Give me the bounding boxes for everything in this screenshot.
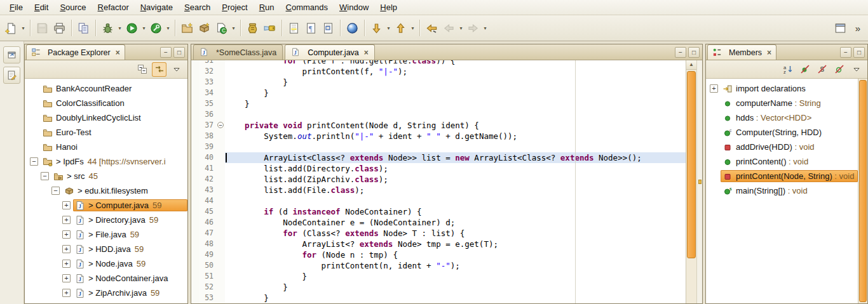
- new-java-class-dropdown-icon[interactable]: ▾: [230, 20, 237, 36]
- tree-item[interactable]: +J> ZipArchiv.java59: [25, 286, 187, 300]
- menu-refactor[interactable]: Refactor: [92, 1, 135, 14]
- debug-dropdown-icon[interactable]: ▾: [116, 20, 123, 36]
- tree-item[interactable]: −> IpdFs44 [https://svnserver.i: [25, 154, 187, 169]
- new-wizard-dropdown-icon[interactable]: ▾: [20, 20, 27, 36]
- hide-static-members-button[interactable]: S: [815, 62, 829, 77]
- new-java-project-button[interactable]: [179, 20, 196, 37]
- tree-item[interactable]: +J> File.java59: [25, 227, 187, 242]
- code-text[interactable]: System.out.println("|-" + ident + " " + …: [225, 131, 686, 142]
- tree-item[interactable]: +J> NodeContainer.java: [25, 271, 187, 286]
- restore-view-button[interactable]: [3, 46, 20, 63]
- view-menu-button[interactable]: [169, 62, 184, 77]
- new-wizard-button[interactable]: [3, 20, 20, 37]
- previous-annotation-button[interactable]: [392, 20, 409, 37]
- code-text[interactable]: NodeContainer e = (NodeContainer) d;: [225, 217, 686, 228]
- collapse-icon[interactable]: −: [51, 187, 60, 195]
- tree-item[interactable]: +J> Computer.java59: [25, 198, 187, 213]
- code-text[interactable]: }: [225, 98, 686, 109]
- expand-icon[interactable]: +: [62, 230, 71, 239]
- close-view-icon[interactable]: ×: [767, 49, 771, 56]
- maximize-editor-button[interactable]: □: [688, 47, 700, 58]
- package-explorer-tab[interactable]: Package Explorer ×: [26, 44, 125, 60]
- code-text[interactable]: }: [225, 271, 686, 282]
- code-text[interactable]: list.add(ZipArchiv.class);: [225, 174, 686, 185]
- external-tools-button[interactable]: [147, 20, 165, 37]
- forward-button[interactable]: [465, 20, 482, 37]
- show-whitespace-button[interactable]: ¶: [302, 20, 320, 37]
- new-java-class-button[interactable]: C: [213, 20, 230, 37]
- tree-item[interactable]: Euro-Test: [25, 125, 187, 140]
- next-annotation-dropdown-icon[interactable]: ▾: [385, 20, 392, 36]
- sort-button[interactable]: az: [780, 62, 795, 77]
- code-text[interactable]: for (File f : hdd.get(File.class)) {: [225, 60, 686, 66]
- code-text[interactable]: private void printContent(Node d, String…: [225, 120, 686, 131]
- code-text[interactable]: }: [225, 88, 686, 98]
- fast-view-editor-button[interactable]: [3, 67, 20, 84]
- tree-item[interactable]: Hanoi: [25, 140, 187, 154]
- expand-icon[interactable]: +: [62, 274, 71, 282]
- menu-commands[interactable]: Commands: [280, 1, 334, 14]
- tree-item[interactable]: −> edu.kit.filesystem: [25, 183, 187, 198]
- hide-fields-button[interactable]: [797, 62, 812, 77]
- run-dropdown-icon[interactable]: ▾: [140, 20, 147, 36]
- code-text[interactable]: [225, 109, 686, 120]
- build-pages-button[interactable]: [75, 20, 92, 37]
- member-item[interactable]: computerName : String: [706, 96, 858, 110]
- code-text[interactable]: for (Class<? extends Node> T : list) {: [225, 228, 686, 239]
- print-button[interactable]: [51, 20, 68, 37]
- editor-tab[interactable]: J*SomeClass.java: [193, 44, 283, 60]
- menu-edit[interactable]: Edit: [29, 1, 54, 14]
- hide-non-public-members-button[interactable]: [832, 62, 846, 77]
- tree-item[interactable]: BankAccountReader: [25, 81, 187, 96]
- tree-item[interactable]: +J> HDD.java59: [25, 242, 187, 256]
- code-text[interactable]: ArrayList<Class<? extends Node>> list = …: [225, 152, 686, 163]
- code-text[interactable]: ArrayList<? extends Node> tmp = e.get(T)…: [225, 239, 686, 249]
- close-tab-icon[interactable]: ×: [364, 49, 369, 56]
- menu-project[interactable]: Project: [216, 1, 253, 14]
- code-text[interactable]: [225, 195, 686, 206]
- member-item[interactable]: +import declarations: [706, 81, 858, 96]
- overview-annotation-mark[interactable]: [698, 180, 702, 184]
- expand-icon[interactable]: +: [62, 260, 71, 268]
- toolbar-overflow-chevron[interactable]: »: [854, 23, 865, 34]
- expand-icon[interactable]: +: [62, 289, 71, 297]
- expand-icon[interactable]: +: [62, 216, 71, 224]
- code-text[interactable]: list.add(File.class);: [225, 185, 686, 195]
- collapse-fold-icon[interactable]: −: [217, 122, 224, 128]
- code-text[interactable]: printContent(n, ident + "-");: [225, 260, 686, 271]
- save-button[interactable]: [34, 20, 51, 37]
- maximize-view-button[interactable]: □: [173, 47, 185, 58]
- tree-item[interactable]: +J> Node.java59: [25, 256, 187, 271]
- members-scrollbar-thumb[interactable]: [859, 80, 867, 302]
- overview-ruler[interactable]: [696, 60, 702, 303]
- collapse-icon[interactable]: −: [30, 157, 38, 166]
- expand-icon[interactable]: +: [62, 201, 71, 209]
- code-text[interactable]: }: [225, 293, 686, 303]
- scrollbar-thumb[interactable]: [687, 71, 696, 258]
- menu-source[interactable]: Source: [54, 1, 92, 14]
- last-edit-location-button[interactable]: [423, 20, 440, 37]
- collapse-all-button[interactable]: [135, 62, 149, 77]
- member-item[interactable]: printContent() : void: [706, 154, 858, 169]
- back-button[interactable]: [440, 20, 458, 37]
- members-scrollbar[interactable]: [858, 79, 867, 303]
- forward-dropdown-icon[interactable]: ▾: [482, 20, 489, 36]
- block-selection-button[interactable]: [320, 20, 337, 37]
- member-item[interactable]: cComputer(String, HDD): [706, 125, 858, 140]
- members-tab[interactable]: Members ×: [707, 44, 776, 60]
- member-item[interactable]: hdds : Vector<HDD>: [706, 110, 858, 125]
- scroll-up-icon[interactable]: ▲: [686, 60, 696, 70]
- menu-search[interactable]: Search: [179, 1, 216, 14]
- maximize-view-button[interactable]: □: [853, 47, 865, 58]
- code-text[interactable]: [225, 142, 686, 152]
- code-text[interactable]: if (d instanceof NodeContainer) {: [225, 206, 686, 217]
- code-area[interactable]: 31 for (File f : hdd.get(File.class)) {3…: [191, 60, 686, 303]
- code-text[interactable]: }: [225, 77, 686, 88]
- menu-window[interactable]: Window: [334, 1, 374, 14]
- menu-run[interactable]: Run: [254, 1, 280, 14]
- expand-icon[interactable]: +: [62, 245, 71, 253]
- editor-tab[interactable]: JComputer.java×: [285, 44, 375, 60]
- expand-icon[interactable]: +: [710, 84, 718, 93]
- search-button[interactable]: [261, 20, 278, 37]
- code-text[interactable]: list.add(Directory.class);: [225, 163, 686, 174]
